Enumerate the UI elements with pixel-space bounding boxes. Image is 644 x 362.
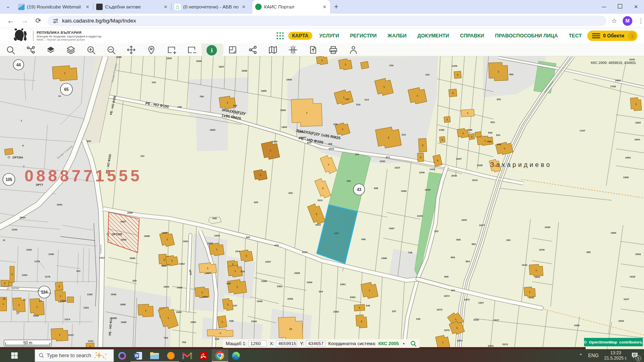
svg-text:478: 478: [333, 123, 338, 125]
svg-text:653: 653: [491, 121, 495, 123]
svg-text:1835: 1835: [166, 57, 172, 60]
svg-text:1612: 1612: [315, 223, 321, 226]
svg-text:1412: 1412: [99, 256, 105, 259]
svg-text:706: 706: [200, 95, 204, 98]
svg-text:Изгряла: Изгряла: [99, 245, 102, 254]
svg-text:W: W: [135, 354, 139, 358]
svg-text:1626: 1626: [618, 319, 624, 322]
svg-text:ул. Шипка: ул. Шипка: [7, 287, 19, 290]
svg-text:13: 13: [289, 328, 293, 330]
svg-text:1426: 1426: [272, 140, 277, 143]
svg-text:157: 157: [334, 232, 339, 234]
svg-text:ККС 2009: 4659915, 434801: ККС 2009: 4659915, 434801: [591, 61, 636, 65]
svg-text:1431: 1431: [429, 168, 435, 171]
svg-text:1611: 1611: [317, 199, 323, 202]
svg-text:0888771555: 0888771555: [25, 167, 142, 185]
svg-text:1083: 1083: [210, 128, 215, 131]
svg-text:1295: 1295: [26, 248, 32, 251]
svg-text:1665: 1665: [190, 321, 196, 323]
svg-text:1974: 1974: [457, 339, 462, 342]
svg-text:1646: 1646: [419, 171, 425, 174]
svg-text:839: 839: [488, 131, 493, 134]
svg-text:2359: 2359: [287, 297, 293, 300]
svg-text:840: 840: [497, 143, 502, 146]
svg-text:1698: 1698: [381, 257, 387, 259]
svg-text:625: 625: [289, 191, 293, 194]
svg-text:1664: 1664: [176, 311, 182, 313]
svg-text:538: 538: [229, 319, 234, 322]
svg-text:З а х а р и д и е в о: З а х а р и д и е в о: [490, 161, 550, 168]
svg-text:1224: 1224: [88, 339, 93, 342]
svg-text:1690: 1690: [111, 293, 116, 296]
svg-text:1357: 1357: [478, 301, 484, 304]
svg-text:2555: 2555: [57, 203, 62, 206]
svg-text:1968: 1968: [120, 303, 126, 306]
svg-text:41: 41: [58, 95, 61, 97]
svg-text:1925: 1925: [461, 218, 467, 221]
svg-text:1629: 1629: [635, 253, 641, 255]
svg-text:1659: 1659: [214, 234, 220, 237]
svg-text:1639: 1639: [545, 226, 550, 228]
svg-text:519: 519: [356, 103, 361, 106]
svg-text:537: 537: [233, 304, 237, 307]
svg-text:793: 793: [182, 341, 186, 343]
svg-text:2073: 2073: [437, 308, 442, 311]
svg-text:1612: 1612: [302, 251, 308, 253]
svg-text:2299: 2299: [257, 300, 262, 302]
svg-text:1663: 1663: [177, 286, 182, 289]
svg-text:535: 535: [241, 270, 245, 273]
svg-text:1660: 1660: [161, 231, 167, 234]
svg-text:793: 793: [164, 336, 168, 339]
svg-text:2088: 2088: [144, 234, 150, 237]
svg-text:1080: 1080: [574, 324, 580, 327]
svg-text:1927: 1927: [479, 224, 485, 226]
svg-text:1390: 1390: [60, 299, 66, 302]
svg-text:1660: 1660: [611, 231, 616, 234]
svg-text:922: 922: [87, 140, 91, 142]
svg-text:468: 468: [328, 142, 332, 145]
svg-text:1430: 1430: [439, 128, 444, 131]
svg-text:1859: 1859: [280, 109, 286, 111]
svg-text:1668: 1668: [207, 242, 213, 245]
svg-text:ОРТ304: ОРТ304: [12, 156, 23, 159]
svg-text:2037: 2037: [456, 157, 462, 160]
svg-text:2090: 2090: [121, 238, 126, 241]
svg-text:2361: 2361: [340, 283, 346, 286]
svg-text:707: 707: [233, 104, 237, 107]
svg-text:1640: 1640: [539, 248, 545, 251]
svg-text:105: 105: [6, 177, 12, 182]
svg-text:838: 838: [468, 128, 473, 131]
svg-text:2302: 2302: [277, 285, 283, 288]
svg-text:1642: 1642: [528, 296, 534, 299]
svg-text:861: 861: [451, 289, 456, 292]
svg-text:2362: 2362: [333, 310, 339, 313]
svg-text:1970: 1970: [444, 329, 450, 331]
svg-text:1649: 1649: [629, 58, 635, 61]
svg-text:2087: 2087: [120, 220, 126, 223]
svg-text:1392: 1392: [87, 293, 93, 296]
svg-text:17: 17: [17, 312, 19, 315]
svg-text:1975: 1975: [464, 298, 470, 301]
svg-text:841: 841: [496, 134, 501, 136]
svg-text:1294: 1294: [22, 274, 27, 276]
svg-text:2320: 2320: [473, 318, 479, 321]
svg-text:337: 337: [392, 310, 396, 313]
svg-text:2016: 2016: [488, 344, 493, 347]
svg-text:2089: 2089: [130, 257, 135, 259]
svg-text:1966: 1966: [623, 176, 629, 179]
svg-text:514: 514: [365, 98, 369, 101]
svg-text:862: 862: [466, 260, 470, 263]
svg-text:6: 6: [22, 144, 24, 147]
svg-text:1328: 1328: [33, 314, 39, 317]
svg-text:534: 534: [235, 250, 240, 253]
svg-text:1868: 1868: [286, 78, 292, 81]
svg-text:156: 156: [347, 179, 351, 182]
svg-text:1908: 1908: [261, 89, 266, 92]
svg-text:1179: 1179: [45, 275, 50, 278]
svg-text:1663: 1663: [163, 285, 169, 288]
svg-text:1652: 1652: [615, 79, 621, 82]
svg-text:1909: 1909: [281, 125, 287, 128]
svg-text:1628: 1628: [630, 275, 635, 278]
svg-text:346: 346: [416, 317, 421, 320]
svg-text:11: 11: [3, 239, 6, 241]
